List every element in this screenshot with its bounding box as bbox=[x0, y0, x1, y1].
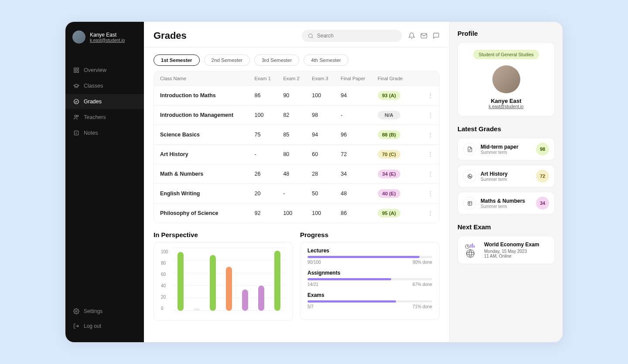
table-row[interactable]: Math & Numbers2648283434 (E)⋮ bbox=[154, 164, 439, 184]
th-e1: Exam 1 bbox=[255, 76, 283, 81]
table-row[interactable]: English Writing20-504840 (E)⋮ bbox=[154, 184, 439, 203]
row-more-icon[interactable]: ⋮ bbox=[423, 190, 433, 197]
nav-overview[interactable]: Overview bbox=[65, 63, 144, 78]
page-title: Grades bbox=[154, 30, 187, 41]
svg-point-8 bbox=[75, 310, 77, 312]
latest-grade-card[interactable]: Maths & NumbersSummer term34 bbox=[457, 192, 555, 214]
cell-e1: 100 bbox=[255, 112, 283, 118]
row-more-icon[interactable]: ⋮ bbox=[423, 170, 433, 177]
main-header: Grades bbox=[144, 22, 449, 47]
profile-email[interactable]: k.east@student.io bbox=[465, 104, 547, 109]
nav-settings[interactable]: Settings bbox=[65, 304, 144, 319]
bell-icon[interactable] bbox=[408, 32, 415, 39]
cell-e1: 92 bbox=[255, 210, 283, 216]
table-row[interactable]: Introduction to Maths86901009493 (A)⋮ bbox=[154, 85, 439, 105]
chart-bars-wrap bbox=[173, 248, 286, 315]
lower-panels: In Perspective 100806040200 Progress bbox=[154, 231, 440, 321]
sidebar-user[interactable]: Kanye East k.east@student.io bbox=[65, 31, 144, 54]
svg-rect-2 bbox=[74, 71, 76, 72]
cell-final: 88 (B) bbox=[378, 130, 423, 139]
row-more-icon[interactable]: ⋮ bbox=[423, 92, 433, 99]
cell-paper: - bbox=[341, 112, 378, 118]
cell-class: Math & Numbers bbox=[160, 171, 255, 177]
search-box[interactable] bbox=[302, 30, 402, 42]
app-window: Kanye East k.east@student.io Overview Cl… bbox=[65, 22, 563, 342]
cell-e2: 48 bbox=[283, 171, 312, 177]
row-more-icon[interactable]: ⋮ bbox=[423, 210, 433, 217]
y-tick: 100 bbox=[161, 249, 168, 254]
avatar bbox=[72, 31, 85, 44]
cell-class: Science Basics bbox=[160, 132, 255, 138]
tab-sem3[interactable]: 3rd Semester bbox=[254, 54, 299, 66]
svg-rect-14 bbox=[468, 201, 472, 205]
table-header: Class Name Exam 1 Exam 2 Exam 3 Final Pa… bbox=[154, 71, 439, 85]
nav-teachers[interactable]: Teachers bbox=[65, 110, 144, 125]
chart-bar bbox=[210, 255, 216, 311]
table-row[interactable]: Philosophy of Science921001008695 (A)⋮ bbox=[154, 203, 439, 223]
th-paper: Final Paper bbox=[341, 76, 378, 81]
progress-title: Progress bbox=[300, 231, 440, 238]
cell-e2: 80 bbox=[283, 151, 312, 157]
perspective-panel: 100806040200 bbox=[154, 242, 293, 321]
cell-e1: 20 bbox=[255, 191, 283, 197]
row-more-icon[interactable]: ⋮ bbox=[423, 112, 433, 119]
chart-bar bbox=[194, 308, 200, 311]
progress-label: Assignments bbox=[307, 270, 432, 276]
semester-tabs: 1st Semester 2nd Semester 3rd Semester 4… bbox=[154, 48, 440, 71]
chart-bar bbox=[177, 252, 184, 311]
table-row[interactable]: Science Basics7585949688 (B)⋮ bbox=[154, 125, 439, 144]
svg-rect-0 bbox=[74, 68, 76, 70]
y-tick: 40 bbox=[161, 283, 168, 288]
search-input[interactable] bbox=[317, 33, 396, 39]
cell-e2: 90 bbox=[283, 92, 312, 99]
lg-icon bbox=[463, 170, 476, 183]
nav-label: Notes bbox=[84, 130, 98, 136]
next-exam-date: Monday, 15 May 2023 bbox=[484, 249, 539, 254]
nav-label: Teachers bbox=[84, 114, 106, 120]
student-badge: Student of General Studies bbox=[473, 50, 539, 59]
lg-title: Mid-term paper bbox=[481, 144, 532, 150]
user-email[interactable]: k.east@student.io bbox=[90, 38, 125, 43]
chart-bar bbox=[258, 286, 264, 311]
nav-grades[interactable]: Grades bbox=[65, 94, 144, 109]
progress-item: Lectures90/10090% done bbox=[307, 248, 432, 265]
nav-label: Overview bbox=[84, 67, 106, 73]
next-exam-section: Next Exam World Economy Exam Monday, 15 … bbox=[457, 223, 555, 264]
cell-class: Introduction to Maths bbox=[160, 92, 255, 99]
progress-bar bbox=[307, 278, 432, 280]
row-more-icon[interactable]: ⋮ bbox=[423, 151, 433, 158]
perspective-section: In Perspective 100806040200 bbox=[154, 231, 293, 321]
users-icon bbox=[73, 114, 79, 120]
next-exam-card[interactable]: World Economy Exam Monday, 15 May 2023 1… bbox=[457, 236, 555, 264]
table-row[interactable]: Introduction to Management1008298-N/A⋮ bbox=[154, 105, 439, 125]
note-icon bbox=[73, 130, 79, 136]
tab-sem2[interactable]: 2nd Semester bbox=[204, 54, 250, 66]
progress-pct: 71% done bbox=[413, 304, 432, 309]
nav-notes[interactable]: Notes bbox=[65, 126, 144, 140]
header-icons bbox=[408, 32, 440, 39]
lg-score: 98 bbox=[536, 143, 549, 156]
chart-bars bbox=[173, 248, 286, 315]
cell-paper: 96 bbox=[341, 132, 378, 138]
table-row[interactable]: Art History-80607270 (C)⋮ bbox=[154, 144, 439, 164]
cell-paper: 34 bbox=[341, 171, 378, 177]
latest-grade-card[interactable]: Art HistorySummer term72 bbox=[457, 165, 555, 187]
cell-final: 95 (A) bbox=[378, 209, 423, 218]
row-more-icon[interactable]: ⋮ bbox=[423, 131, 433, 138]
tab-sem1[interactable]: 1st Semester bbox=[154, 54, 200, 66]
perspective-chart: 100806040200 bbox=[161, 248, 286, 315]
latest-grade-card[interactable]: Mid-term paperSummer term98 bbox=[457, 138, 555, 160]
nav-classes[interactable]: Classes bbox=[65, 78, 144, 93]
chat-icon[interactable] bbox=[433, 32, 440, 39]
nav-logout[interactable]: Log out bbox=[65, 319, 144, 333]
profile-title: Profile bbox=[457, 30, 555, 37]
cell-class: Introduction to Management bbox=[160, 112, 255, 118]
tab-sem4[interactable]: 4th Semester bbox=[304, 54, 348, 66]
svg-point-4 bbox=[74, 99, 79, 104]
nav-label: Grades bbox=[84, 99, 102, 105]
progress-bar bbox=[307, 300, 432, 303]
cell-e3: 100 bbox=[312, 92, 341, 99]
grades-table: Class Name Exam 1 Exam 2 Exam 3 Final Pa… bbox=[154, 71, 440, 223]
cell-e2: 85 bbox=[283, 132, 312, 138]
mail-icon[interactable] bbox=[420, 32, 427, 39]
